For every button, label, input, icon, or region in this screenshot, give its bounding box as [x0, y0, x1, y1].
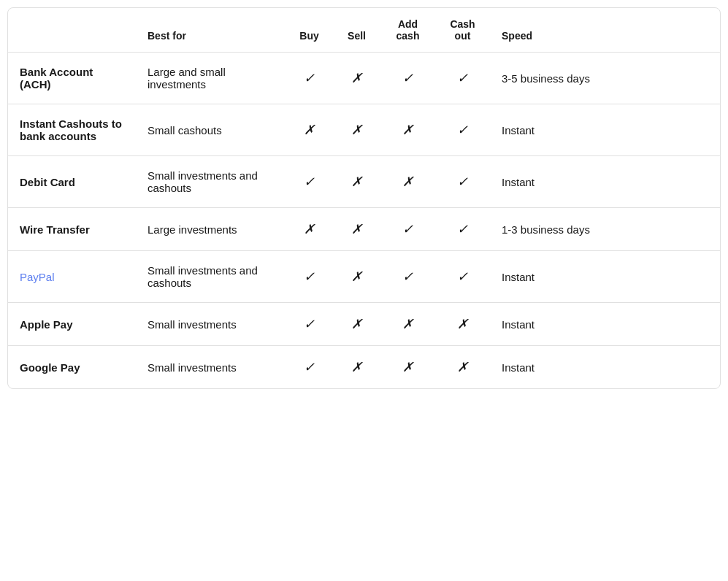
best-for-apple-pay: Small investments: [136, 303, 286, 346]
method-wire-transfer: Wire Transfer: [20, 223, 90, 236]
add-cash-paypal: ✓: [380, 251, 435, 303]
add-cash-instant-cashouts: ✗: [380, 104, 435, 156]
best-for-paypal: Small investments and cashouts: [136, 251, 286, 303]
buy-instant-cashouts: ✗: [286, 104, 333, 156]
method-google-pay: Google Pay: [20, 361, 80, 374]
header-add-cash: Add cash: [380, 8, 435, 53]
add-cash-google-pay: ✗: [380, 346, 435, 389]
best-for-wire-transfer: Large investments: [136, 208, 286, 251]
add-cash-apple-pay: ✗: [380, 303, 435, 346]
best-for-instant-cashouts: Small cashouts: [136, 104, 286, 156]
table-row: Bank Account (ACH)Large and small invest…: [8, 53, 720, 104]
buy-google-pay: ✓: [286, 346, 333, 389]
sell-instant-cashouts: ✗: [333, 104, 380, 156]
cash-out-google-pay: ✗: [435, 346, 490, 389]
method-bank-account: Bank Account (ACH): [20, 66, 93, 91]
method-debit-card: Debit Card: [20, 176, 75, 188]
sell-bank-account: ✗: [333, 53, 380, 104]
speed-debit-card: Instant: [490, 156, 720, 208]
sell-debit-card: ✗: [333, 156, 380, 208]
buy-wire-transfer: ✗: [286, 208, 333, 251]
table-row: Instant Cashouts to bank accountsSmall c…: [8, 104, 720, 156]
cash-out-wire-transfer: ✓: [435, 208, 490, 251]
method-paypal[interactable]: PayPal: [20, 271, 55, 283]
table-row: PayPalSmall investments and cashouts✓✗✓✓…: [8, 251, 720, 303]
header-speed: Speed: [490, 8, 720, 53]
sell-apple-pay: ✗: [333, 303, 380, 346]
speed-instant-cashouts: Instant: [490, 104, 720, 156]
header-method: [8, 8, 136, 53]
sell-google-pay: ✗: [333, 346, 380, 389]
buy-debit-card: ✓: [286, 156, 333, 208]
comparison-table: Best for Buy Sell Add cash Cash out Spee…: [7, 7, 721, 389]
header-cash-out: Cash out: [435, 8, 490, 53]
add-cash-bank-account: ✓: [380, 53, 435, 104]
header-buy: Buy: [286, 8, 333, 53]
method-instant-cashouts: Instant Cashouts to bank accounts: [20, 118, 122, 142]
cash-out-instant-cashouts: ✓: [435, 104, 490, 156]
sell-paypal: ✗: [333, 251, 380, 303]
best-for-google-pay: Small investments: [136, 346, 286, 389]
cash-out-debit-card: ✓: [435, 156, 490, 208]
buy-apple-pay: ✓: [286, 303, 333, 346]
cash-out-apple-pay: ✗: [435, 303, 490, 346]
cash-out-bank-account: ✓: [435, 53, 490, 104]
buy-paypal: ✓: [286, 251, 333, 303]
speed-apple-pay: Instant: [490, 303, 720, 346]
speed-bank-account: 3-5 business days: [490, 53, 720, 104]
cash-out-paypal: ✓: [435, 251, 490, 303]
add-cash-wire-transfer: ✓: [380, 208, 435, 251]
method-apple-pay: Apple Pay: [20, 318, 73, 331]
speed-wire-transfer: 1-3 business days: [490, 208, 720, 251]
add-cash-debit-card: ✗: [380, 156, 435, 208]
sell-wire-transfer: ✗: [333, 208, 380, 251]
table-row: Wire TransferLarge investments✗✗✓✓1-3 bu…: [8, 208, 720, 251]
table-row: Apple PaySmall investments✓✗✗✗Instant: [8, 303, 720, 346]
best-for-debit-card: Small investments and cashouts: [136, 156, 286, 208]
table-row: Debit CardSmall investments and cashouts…: [8, 156, 720, 208]
table-row: Google PaySmall investments✓✗✗✗Instant: [8, 346, 720, 389]
speed-paypal: Instant: [490, 251, 720, 303]
speed-google-pay: Instant: [490, 346, 720, 389]
buy-bank-account: ✓: [286, 53, 333, 104]
best-for-bank-account: Large and small investments: [136, 53, 286, 104]
table-header-row: Best for Buy Sell Add cash Cash out Spee…: [8, 8, 720, 53]
header-sell: Sell: [333, 8, 380, 53]
header-best-for: Best for: [136, 8, 286, 53]
